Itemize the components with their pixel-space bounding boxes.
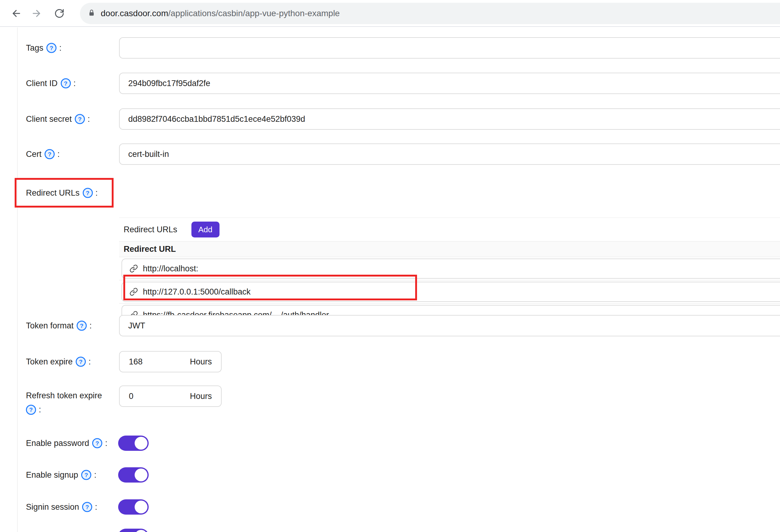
toggle-knob xyxy=(135,530,147,532)
redirect-urls-table: Redirect URLs Add Redirect URL http://lo… xyxy=(119,217,780,327)
enable-password-label: Enable password xyxy=(26,438,117,448)
token-format-label: Token format xyxy=(26,321,117,331)
help-icon[interactable] xyxy=(77,321,87,331)
cert-label: Cert xyxy=(26,149,117,159)
refresh-token-expire-unit: Hours xyxy=(190,392,212,401)
token-expire-unit: Hours xyxy=(190,357,212,367)
help-icon[interactable] xyxy=(81,470,91,480)
help-icon[interactable] xyxy=(26,405,36,415)
help-icon[interactable] xyxy=(75,114,85,124)
refresh-token-expire-label: Refresh token expire xyxy=(26,391,114,415)
enable-signup-toggle[interactable] xyxy=(118,467,149,483)
help-icon[interactable] xyxy=(46,43,56,53)
browser-toolbar: door.casdoor.com/applications/casbin/app… xyxy=(0,0,780,27)
url-path: /applications/casbin/app-vue-python-exam… xyxy=(168,8,340,18)
annotation-box-firebase-url xyxy=(123,275,417,300)
redirect-url-column-header: Redirect URL xyxy=(119,241,780,257)
help-icon[interactable] xyxy=(92,438,102,448)
help-icon[interactable] xyxy=(76,357,86,367)
lock-icon[interactable] xyxy=(87,8,96,18)
token-expire-value: 168 xyxy=(129,357,143,367)
redirect-table-header: Redirect URLs Add xyxy=(119,218,780,241)
cert-input[interactable] xyxy=(119,143,780,165)
toggle-knob xyxy=(135,437,147,449)
help-icon[interactable] xyxy=(61,79,71,89)
token-format-input[interactable] xyxy=(119,315,780,336)
redirect-table-title: Redirect URLs xyxy=(124,225,177,234)
forward-icon[interactable] xyxy=(32,8,42,18)
help-icon[interactable] xyxy=(82,502,92,512)
tags-label: Tags xyxy=(26,43,117,53)
client-secret-label: Client secret xyxy=(26,114,117,124)
client-id-label: Client ID xyxy=(26,79,117,89)
reload-icon[interactable] xyxy=(54,8,64,18)
client-id-input[interactable] xyxy=(119,72,780,94)
help-icon[interactable] xyxy=(45,149,55,159)
url-domain: door.casdoor.com xyxy=(101,8,168,18)
annotation-box-redirect-label xyxy=(15,178,113,207)
toggle-knob xyxy=(135,500,147,514)
tags-input[interactable] xyxy=(119,37,780,59)
url-text: door.casdoor.com/applications/casbin/app… xyxy=(101,8,340,18)
signin-session-toggle[interactable] xyxy=(118,499,149,515)
enable-password-toggle[interactable] xyxy=(118,436,149,451)
token-expire-input[interactable]: 168 Hours xyxy=(119,351,222,372)
link-icon xyxy=(130,264,138,273)
partial-toggle[interactable] xyxy=(118,529,149,532)
back-icon[interactable] xyxy=(11,8,21,18)
card-left-border xyxy=(17,28,18,532)
signin-session-label: Signin session xyxy=(26,502,117,512)
redirect-url-value: http://localhost: xyxy=(143,264,198,274)
refresh-token-expire-input[interactable]: 0 Hours xyxy=(119,386,222,407)
client-secret-input[interactable] xyxy=(119,108,780,130)
add-redirect-url-button[interactable]: Add xyxy=(191,222,220,237)
refresh-token-expire-value: 0 xyxy=(129,392,133,401)
enable-signup-label: Enable signup xyxy=(26,470,117,480)
address-bar[interactable]: door.casdoor.com/applications/casbin/app… xyxy=(80,3,780,24)
toggle-knob xyxy=(135,469,147,481)
token-expire-label: Token expire xyxy=(26,357,117,367)
